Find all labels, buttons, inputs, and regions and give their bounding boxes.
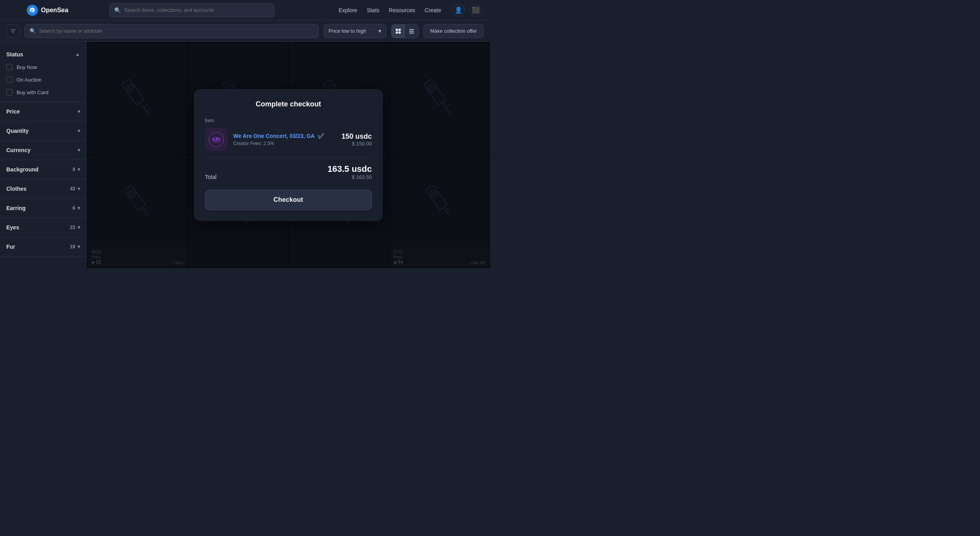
chevron-down-earring-icon: ▾ (78, 205, 80, 211)
topbar: OpenSea 🔍 Explore Stats Resources Create… (0, 0, 490, 20)
sidebar-quantity-label: Quantity (6, 128, 29, 134)
sidebar-section-earring: Earring 6 ▾ (0, 199, 86, 218)
verified-badge-icon: ✔️ (317, 133, 324, 139)
sidebar-eyes-header[interactable]: Eyes 23 ▾ (0, 221, 86, 234)
sidebar-currency-header[interactable]: Currency ▾ (0, 144, 86, 156)
svg-rect-7 (409, 29, 414, 30)
sidebar-quantity-header[interactable]: Quantity ▾ (0, 125, 86, 137)
wallet-icon-button[interactable]: ⬛ (470, 4, 482, 17)
fur-count: 19 (70, 244, 75, 249)
on-auction-checkbox[interactable] (6, 76, 13, 83)
item-info: We Are One Concert, 03/23, GA ✔️ Creator… (233, 133, 336, 146)
filter-toggle-button[interactable] (6, 24, 20, 38)
total-usd: $ 163.50 (327, 174, 372, 180)
buy-now-label: Buy Now (17, 64, 37, 70)
checkout-item-row: We Are One Concert, 03/23, GA ✔️ Creator… (205, 128, 372, 151)
item-price-usdc: 150 usdc (342, 132, 372, 141)
logo-text: OpenSea (41, 7, 68, 14)
nft-grid: 3929 Price ◈ 92 7 days (87, 42, 490, 268)
profile-icon-button[interactable]: 👤 (452, 4, 465, 17)
nav-links: Explore Stats Resources Create (339, 7, 441, 13)
background-count: 8 (72, 167, 75, 172)
sidebar-item-on-auction[interactable]: On Auction (0, 73, 86, 86)
sort-dropdown[interactable]: Price low to high ▾ (323, 24, 386, 38)
total-row: Total 163.5 usdc $ 163.50 (205, 164, 372, 180)
item-column-label: Item (205, 118, 372, 123)
sidebar-earring-header[interactable]: Earring 6 ▾ (0, 202, 86, 214)
eyes-count: 23 (70, 225, 75, 230)
secondary-toolbar: 🔍 Price low to high ▾ Make collection of… (0, 20, 490, 42)
sidebar-currency-label: Currency (6, 147, 30, 153)
earring-count: 6 (72, 205, 75, 211)
opensea-logo-icon (27, 5, 38, 16)
chevron-down-currency-icon: ▾ (78, 147, 80, 153)
sidebar-section-status: Status ▲ Buy Now On Auction Buy with Car… (0, 45, 86, 102)
checkout-button[interactable]: Checkout (205, 190, 372, 210)
chevron-down-clothes-icon: ▾ (78, 186, 80, 192)
sidebar-section-clothes: Clothes 43 ▾ (0, 179, 86, 199)
sidebar-clothes-header[interactable]: Clothes 43 ▾ (0, 182, 86, 195)
item-thumbnail (205, 128, 228, 151)
sidebar-price-label: Price (6, 108, 20, 115)
sidebar-item-buy-now[interactable]: Buy Now (0, 61, 86, 73)
grid-view-button[interactable] (392, 24, 405, 38)
clothes-count: 43 (70, 186, 75, 192)
creator-fees: Creator Fees: 2,5% (233, 141, 336, 146)
item-price-usd: $ 150.00 (342, 141, 372, 147)
sidebar-status-header[interactable]: Status ▲ (0, 48, 86, 61)
total-usdc: 163.5 usdc (327, 164, 372, 174)
svg-rect-8 (409, 31, 414, 32)
top-search-bar[interactable]: 🔍 (109, 3, 275, 17)
chevron-down-background-icon: ▾ (78, 167, 80, 172)
sort-label: Price low to high (329, 28, 366, 34)
buy-with-card-label: Buy with Card (17, 89, 48, 95)
item-price-column: 150 usdc $ 150.00 (342, 132, 372, 147)
nav-create[interactable]: Create (425, 7, 441, 13)
chevron-down-price-icon: ▾ (78, 109, 80, 114)
chevron-down-fur-icon: ▾ (78, 244, 80, 249)
nav-explore[interactable]: Explore (339, 7, 357, 13)
nav-stats[interactable]: Stats (367, 7, 379, 13)
svg-rect-5 (396, 31, 398, 33)
total-label: Total (205, 174, 217, 180)
sidebar-section-currency: Currency ▾ (0, 141, 86, 160)
buy-now-checkbox[interactable] (6, 64, 13, 70)
attribute-search-input[interactable] (39, 28, 314, 34)
top-search-input[interactable] (124, 7, 269, 13)
chevron-down-eyes-icon: ▾ (78, 225, 80, 230)
sidebar-eyes-label: Eyes (6, 224, 19, 231)
modal-divider (205, 157, 372, 158)
sidebar-fur-label: Fur (6, 244, 15, 250)
sidebar-section-quantity: Quantity ▾ (0, 121, 86, 141)
nav-icons: 👤 ⬛ (452, 4, 482, 17)
sidebar-item-buy-with-card[interactable]: Buy with Card (0, 86, 86, 99)
buy-with-card-checkbox[interactable] (6, 89, 13, 95)
sidebar-earring-label: Earring (6, 205, 26, 211)
sidebar-section-price: Price ▾ (0, 102, 86, 121)
logo-area: OpenSea (27, 5, 74, 16)
total-price-column: 163.5 usdc $ 163.50 (327, 164, 372, 180)
main-content: Status ▲ Buy Now On Auction Buy with Car… (0, 42, 490, 268)
item-name: We Are One Concert, 03/23, GA ✔️ (233, 133, 336, 139)
modal-overlay: Complete checkout Item (87, 42, 490, 268)
attribute-search-bar[interactable]: 🔍 (24, 24, 319, 38)
chevron-down-quantity-icon: ▾ (78, 128, 80, 134)
sidebar-background-header[interactable]: Background 8 ▾ (0, 163, 86, 176)
sidebar: Status ▲ Buy Now On Auction Buy with Car… (0, 42, 87, 268)
make-collection-offer-button[interactable]: Make collection offer (423, 24, 484, 38)
sidebar-section-fur: Fur 19 ▾ (0, 237, 86, 257)
list-view-button[interactable] (405, 24, 418, 38)
svg-rect-9 (409, 32, 414, 34)
sidebar-clothes-label: Clothes (6, 186, 26, 192)
svg-point-62 (217, 138, 218, 139)
svg-rect-4 (399, 28, 401, 30)
sidebar-section-eyes: Eyes 23 ▾ (0, 218, 86, 237)
on-auction-label: On Auction (17, 77, 42, 83)
sidebar-price-header[interactable]: Price ▾ (0, 105, 86, 118)
modal-title: Complete checkout (205, 100, 372, 108)
sidebar-fur-header[interactable]: Fur 19 ▾ (0, 240, 86, 253)
sidebar-status-label: Status (6, 51, 23, 58)
attr-search-icon: 🔍 (30, 28, 36, 34)
nav-resources[interactable]: Resources (389, 7, 415, 13)
sidebar-background-label: Background (6, 166, 39, 173)
